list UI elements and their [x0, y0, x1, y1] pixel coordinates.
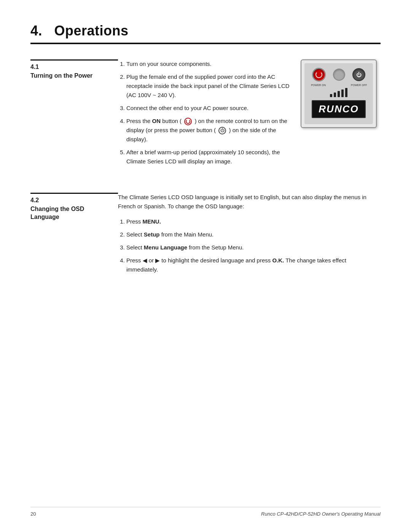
signal-bars	[304, 88, 373, 97]
chapter-title: 4. Operations	[30, 23, 381, 39]
list-item-text: Connect the other end to your AC power s…	[126, 105, 249, 111]
power-gray-button	[333, 69, 345, 81]
remote-panel: POWER ON POWER OFF RUNCO	[301, 59, 377, 128]
section-4-2-number: 4.2	[30, 197, 110, 204]
list-item-text: Turn on your source components.	[126, 61, 212, 67]
power-on-button	[312, 68, 326, 81]
list-item: Connect the other end to your AC power s…	[126, 104, 293, 113]
bold-text: Menu Language	[144, 244, 187, 251]
section-4-1: 4.1 Turning on the Power Turn on your so…	[30, 59, 381, 170]
bold-text: Setup	[144, 231, 160, 238]
section-4-1-left: 4.1 Turning on the Power	[30, 59, 118, 170]
remote-panel-inner: POWER ON POWER OFF RUNCO	[304, 63, 373, 124]
bold-text: MENU.	[143, 218, 161, 225]
page: 4. Operations 4.1 Turning on the Power T…	[0, 0, 411, 532]
section-4-2-left: 4.2 Changing the OSD Language	[30, 193, 118, 278]
list-item: Press MENU.	[126, 217, 377, 226]
bar-2	[334, 93, 336, 97]
list-item-text: Press the ON button ( ) on the remote co…	[126, 118, 287, 142]
chapter-title-text: Operations	[54, 23, 129, 38]
list-item-text: Press ◀ or ▶ to highlight the desired la…	[126, 257, 346, 273]
footer-manual-title: Runco CP-42HD/CP-52HD Owner's Operating …	[261, 511, 381, 517]
list-item-text: Press MENU.	[126, 218, 161, 225]
bar-4	[341, 89, 344, 97]
list-item-text: Select Setup from the Main Menu.	[126, 231, 213, 238]
remote-label-row: POWER ON POWER OFF	[304, 84, 373, 86]
section-4-2-content: The Climate Series LCD OSD language is i…	[118, 193, 381, 278]
section-4-2: 4.2 Changing the OSD Language The Climat…	[30, 193, 381, 278]
bar-5	[345, 88, 347, 97]
power-side-icon: ⏻	[218, 127, 226, 134]
section-4-1-number: 4.1	[30, 64, 110, 70]
list-item: Press the ON button ( ) on the remote co…	[126, 117, 293, 144]
section-4-2-intro: The Climate Series LCD OSD language is i…	[118, 193, 377, 211]
section-4-2-title: Changing the OSD Language	[30, 206, 84, 220]
list-item-text: After a brief warm-up period (approximat…	[126, 149, 280, 165]
runco-logo-area: RUNCO	[304, 100, 373, 118]
bar-1	[330, 94, 332, 97]
power-on-label: POWER ON	[309, 84, 328, 86]
section-4-1-list: Turn on your source components. Plug the…	[118, 59, 293, 166]
list-item: Turn on your source components.	[126, 59, 293, 69]
chapter-number: 4.	[30, 23, 42, 38]
spacer-label	[329, 84, 348, 86]
list-item: Plug the female end of the supplied powe…	[126, 72, 293, 100]
page-footer: 20 Runco CP-42HD/CP-52HD Owner's Operati…	[30, 507, 381, 517]
bar-3	[338, 91, 340, 97]
list-item: Select Menu Language from the Setup Menu…	[126, 243, 377, 252]
bold-text: O.K.	[272, 257, 284, 264]
remote-top-row	[304, 63, 373, 84]
section-4-1-title: Turning on the Power	[30, 72, 92, 79]
power-on-icon	[184, 118, 192, 125]
bold-text: ON	[152, 118, 161, 124]
chapter-divider	[30, 43, 381, 44]
power-off-label: POWER OFF	[349, 84, 368, 86]
section-4-1-content: Turn on your source components. Plug the…	[118, 59, 297, 170]
runco-logo: RUNCO	[312, 100, 365, 118]
list-item: After a brief warm-up period (approximat…	[126, 148, 293, 166]
list-item: Press ◀ or ▶ to highlight the desired la…	[126, 256, 377, 274]
list-item-text: Select Menu Language from the Setup Menu…	[126, 244, 244, 251]
list-item-text: Plug the female end of the supplied powe…	[126, 73, 290, 98]
list-item: Select Setup from the Main Menu.	[126, 230, 377, 239]
section-4-2-list: Press MENU. Select Setup from the Main M…	[118, 217, 377, 274]
section-4-1-image: POWER ON POWER OFF RUNCO	[297, 59, 381, 170]
footer-page-number: 20	[30, 511, 36, 517]
power-off-button	[352, 68, 365, 81]
